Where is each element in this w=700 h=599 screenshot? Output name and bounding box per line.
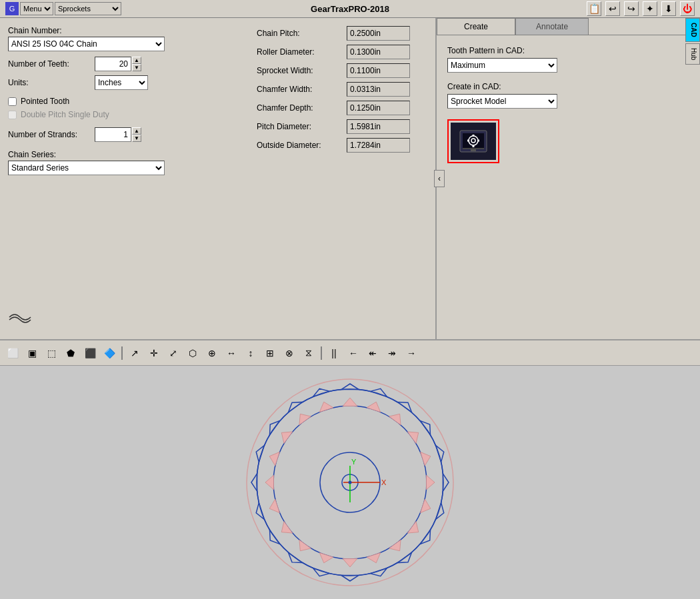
svg-marker-58 [313,388,329,396]
chamfer-depth-value: 0.1250in [347,101,410,115]
cad-create-button[interactable] [447,119,499,163]
num-teeth-up[interactable]: ▲ [132,57,141,64]
cross-tool[interactable]: ⊗ [281,344,298,362]
left-arrow-tool[interactable]: ← [345,344,362,362]
svg-marker-22 [371,388,387,396]
svg-marker-39 [367,553,381,563]
strands-up[interactable]: ▲ [132,127,141,135]
pitch-diameter-value: 1.5981in [347,119,410,134]
annotate-tab[interactable]: Annotate [515,18,589,35]
box-tool-2[interactable]: ▣ [23,344,41,362]
cad-sidebar-tab[interactable]: CAD [685,18,700,42]
svg-marker-41 [343,558,357,567]
box-tool-4[interactable]: ⬟ [62,344,79,362]
num-strands-wrap: 1 ▲ ▼ [95,127,141,142]
svg-rect-8 [463,148,484,149]
svg-rect-6 [467,140,469,142]
num-teeth-label: Number of Teeth: [8,59,95,69]
collapse-arrow[interactable]: ‹ [434,170,445,187]
grid-tool[interactable]: ⊞ [261,344,279,362]
num-strands-input[interactable]: 1 [95,127,131,142]
create-in-cad-select[interactable]: Sprocket Model Sprocket Drawing Both [447,94,557,109]
svg-marker-47 [281,522,292,534]
svg-marker-25 [389,414,401,424]
menu-area: G Menu Sprockets [5,2,121,15]
cursor-tool[interactable]: ↗ [126,344,143,362]
box-tool-1[interactable]: ⬜ [4,344,21,362]
box-3d[interactable]: 🔷 [101,344,118,362]
hflip-tool[interactable]: ↔ [223,344,240,362]
num-strands-label: Number of Strands: [8,130,95,139]
chamfer-depth-label: Chamfer Depth: [257,103,347,113]
app-icon[interactable]: G [5,2,19,15]
svg-marker-56 [288,402,302,412]
tooth-pattern-label: Tooth Pattern in CAD: [447,46,675,55]
chain-tool[interactable]: ⧖ [300,344,317,362]
double-right-tool[interactable]: ↠ [383,344,401,362]
pointed-tooth-label: Pointed Tooth [21,97,69,106]
svg-rect-5 [473,145,475,147]
svg-rect-4 [473,135,475,137]
right-sidebar: CAD Hub [685,18,700,339]
chain-series-select[interactable]: Standard Series [8,161,165,175]
right-panel: Create Annotate Tooth Pattern in CAD: Ma… [437,18,700,339]
sprocket-svg: Y X [217,366,483,599]
circle-tool[interactable]: ⊕ [203,344,221,362]
chain-pitch-value: 0.2500in [347,26,410,41]
outside-diameter-value: 1.7284in [347,138,410,153]
strands-down[interactable]: ▼ [132,135,141,142]
bottom-section: ⬜ ▣ ⬚ ⬟ ⬛ 🔷 ↗ ✛ ⤢ ⬡ ⊕ ↔ ↕ ⊞ ⊗ ⧖ || ← ↞ ↠… [0,339,700,599]
chain-pitch-label: Chain Pitch: [257,29,347,38]
svg-marker-24 [397,402,411,412]
redo-icon[interactable]: ↪ [624,1,639,16]
hex-tool[interactable]: ⬡ [184,344,201,362]
svg-marker-49 [269,499,279,513]
app-container: G Menu Sprockets GearTraxPRO-2018 📋 ↩ ↪ … [0,0,700,599]
pointed-tooth-checkbox[interactable] [8,97,17,106]
box-tool-3[interactable]: ⬚ [43,344,60,362]
create-tab[interactable]: Create [437,18,515,35]
hub-sidebar-tab[interactable]: Hub [685,43,700,65]
svg-marker-37 [389,540,401,550]
sprockets-dropdown[interactable]: Sprockets [55,2,121,15]
tooth-pattern-select[interactable]: Maximum Minimum Average [447,58,557,73]
chain-number-select[interactable]: ANSI 25 ISO 04C Chain [8,37,165,51]
double-pitch-label: Double Pitch Single Duty [21,110,109,119]
chamfer-width-label: Chamfer Width: [257,85,347,94]
roller-diameter-label: Roller Diameter: [257,47,347,57]
tooth-pattern-section: Tooth Pattern in CAD: Maximum Minimum Av… [447,46,675,73]
svg-marker-36 [397,552,411,562]
svg-marker-51 [265,475,274,490]
move-tool[interactable]: ✛ [145,344,163,362]
svg-marker-54 [269,420,279,434]
num-teeth-down[interactable]: ▼ [132,64,141,71]
download-icon[interactable]: ⬇ [661,1,676,16]
settings-icon[interactable]: ✦ [643,1,657,16]
svg-marker-52 [256,445,264,462]
undo-icon[interactable]: ↩ [605,1,620,16]
resize-tool[interactable]: ⤢ [165,344,182,362]
double-pitch-checkbox[interactable] [8,111,17,119]
power-icon[interactable]: ⏻ [680,1,695,16]
box-tool-5[interactable]: ⬛ [81,344,99,362]
num-strands-spinner: ▲ ▼ [132,127,141,142]
sprocket-width-value: 0.1100in [347,63,410,78]
title-icons: 📋 ↩ ↪ ✦ ⬇ ⏻ [587,1,695,16]
svg-marker-23 [367,402,381,412]
svg-marker-26 [420,420,430,434]
double-left-tool[interactable]: ↞ [364,344,381,362]
tab-bar: Create Annotate [437,18,700,35]
sprocket-canvas: Y X [0,366,700,599]
menu-dropdown[interactable]: Menu [20,2,53,15]
pitch-diameter-label: Pitch Diameter: [257,122,347,131]
pause-tool[interactable]: || [325,344,343,362]
num-teeth-input[interactable]: 20 [95,57,131,71]
num-teeth-spinner: ▲ ▼ [132,57,141,71]
vflip-tool[interactable]: ↕ [242,344,259,362]
copy-icon[interactable]: 📋 [587,1,601,16]
sprocket-width-label: Sprocket Width: [257,66,347,75]
roller-diameter-value: 0.1300in [347,45,410,59]
right-arrow-tool[interactable]: → [403,344,420,362]
units-select[interactable]: Inches [95,75,148,90]
top-section: Chain Number: ANSI 25 ISO 04C Chain Numb… [0,18,700,339]
